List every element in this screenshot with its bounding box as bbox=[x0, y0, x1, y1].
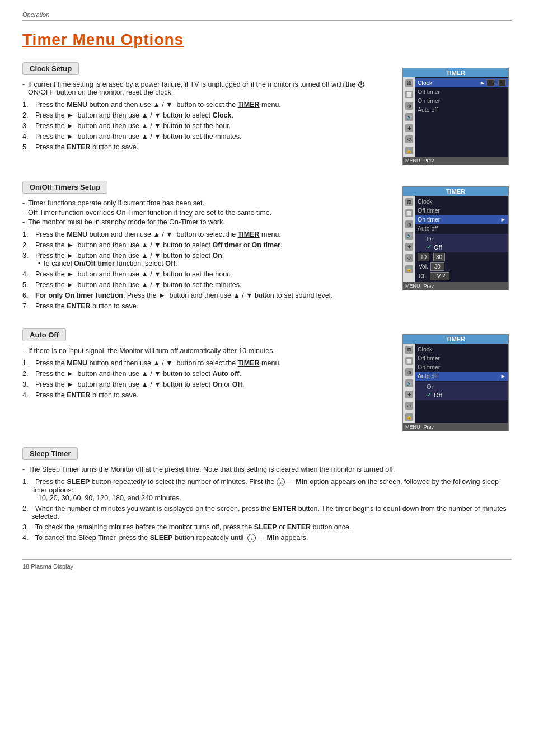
onoff-setup-section: On/Off Timers Setup Timer functions oper… bbox=[22, 181, 512, 313]
icon-screen: ⬜ bbox=[405, 209, 413, 217]
timer-ui-2-footer: MENU Prev. bbox=[403, 282, 508, 290]
step-item: 3. To check the remaining minutes before… bbox=[22, 523, 512, 531]
icon-contrast: ◑ bbox=[405, 368, 413, 376]
sleep-timer-steps: 1. Press the SLEEP button repeatedly to … bbox=[22, 478, 512, 542]
icon-lock: 🔒 bbox=[405, 413, 413, 421]
sleep-icon: zzz bbox=[277, 478, 285, 486]
submenu-on: On bbox=[418, 383, 506, 391]
icon-screen: ⬜ bbox=[405, 91, 413, 98]
time-hour: 10 bbox=[418, 253, 429, 261]
onoff-setup-steps: 1. Press the MENU button and then use ▲ … bbox=[22, 231, 388, 310]
step-item: 4. Press the ENTER button to save. bbox=[22, 391, 388, 399]
ch-value: TV 2 bbox=[430, 272, 449, 280]
auto-off-image: TIMER 🖼 ⬜ ◑ 🔊 ✚ ⏱ 🔒 Clock Off timer On t… bbox=[400, 328, 512, 431]
onoff-note-3: The monitor must be in standby mode for … bbox=[22, 218, 388, 226]
icon-add: ✚ bbox=[405, 391, 413, 398]
clock-setup-note-1: If current time setting is erased by a p… bbox=[22, 81, 388, 96]
clock-setup-header: Clock Setup bbox=[22, 62, 79, 75]
icon-sound: 🔊 bbox=[405, 232, 413, 240]
icon-timer: ⏱ bbox=[405, 402, 413, 410]
step-item: 4. Press the ► button and then use ▲ / ▼… bbox=[22, 270, 388, 278]
clock-setup-notes: If current time setting is erased by a p… bbox=[22, 81, 388, 96]
menu-item-on-timer: On timer bbox=[415, 363, 508, 372]
clock-setup-content: Clock Setup If current time setting is e… bbox=[22, 62, 388, 165]
footer-menu: MENU bbox=[405, 283, 420, 289]
vol-value: 30 bbox=[430, 262, 444, 271]
sleep-icon-2: zzz bbox=[247, 534, 256, 542]
menu-item-auto-off: Auto off bbox=[415, 224, 508, 233]
menu-item-off-timer: Off timer bbox=[415, 206, 508, 215]
icon-picture: 🖼 bbox=[405, 79, 413, 87]
step-item: 4. To cancel the Sleep Timer, press the … bbox=[22, 534, 512, 542]
step-item: 3. Press the ► button and then use ▲ / ▼… bbox=[22, 252, 388, 267]
step-item: 5. Press the ENTER button to save. bbox=[22, 143, 388, 151]
operation-label: Operation bbox=[22, 11, 512, 21]
icon-screen: ⬜ bbox=[405, 357, 413, 365]
timer-ui-1-title: TIMER bbox=[403, 68, 508, 77]
menu-item-clock: Clock bbox=[415, 197, 508, 206]
step-item: 1. Press the MENU button and then use ▲ … bbox=[22, 231, 388, 238]
auto-off-header: Auto Off bbox=[22, 328, 66, 341]
menu-item-auto-off: Auto off ► bbox=[415, 372, 508, 381]
sleep-note-1: The Sleep Timer turns the Monitor off at… bbox=[22, 466, 512, 473]
menu-item-off-timer: Off timer bbox=[415, 87, 508, 96]
icon-contrast: ◑ bbox=[405, 220, 413, 228]
icon-picture: 🖼 bbox=[405, 198, 413, 206]
time-display: 10 : 30 bbox=[415, 252, 508, 262]
onoff-setup-notes: Timer functions operate only if current … bbox=[22, 199, 388, 226]
auto-off-section: Auto Off If there is no input signal, th… bbox=[22, 328, 512, 431]
step-item: 2. Press the ► button and then use ▲ / ▼… bbox=[22, 241, 388, 249]
icon-picture: 🖼 bbox=[405, 346, 413, 354]
onoff-note-1: Timer functions operate only if current … bbox=[22, 199, 388, 207]
step-item: 2. Press the ► button and then use ▲ / ▼… bbox=[22, 370, 388, 378]
step-item: 3. Press the ► button and then use ▲ / ▼… bbox=[22, 381, 388, 388]
sleep-timer-section: Sleep Timer The Sleep Timer turns the Mo… bbox=[22, 447, 512, 542]
timer-ui-3-footer: MENU Prev. bbox=[403, 423, 508, 431]
step-item: 4. Press the ► button and then use ▲ / ▼… bbox=[22, 133, 388, 140]
step-item: 1. Press the SLEEP button repeatedly to … bbox=[22, 478, 512, 502]
auto-off-notes: If there is no input signal, the Monitor… bbox=[22, 347, 388, 355]
timer-ui-3-title: TIMER bbox=[403, 335, 508, 344]
footer-prev: Prev. bbox=[424, 158, 435, 163]
timer-ui-2-title: TIMER bbox=[403, 187, 508, 196]
sleep-timer-options: 10, 20, 30, 60, 90, 120, 180, and 240 mi… bbox=[31, 494, 181, 502]
clock-setup-image: TIMER 🖼 ⬜ ◑ 🔊 ✚ ⏱ 🔒 Clock ► --:-- Off bbox=[400, 62, 512, 165]
timer-ui-3: TIMER 🖼 ⬜ ◑ 🔊 ✚ ⏱ 🔒 Clock Off timer On t… bbox=[402, 334, 509, 431]
page-title: Timer Menu Options bbox=[22, 31, 512, 49]
step-item: 2. When the number of minutes you want i… bbox=[22, 505, 512, 520]
onoff-setup-header: On/Off Timers Setup bbox=[22, 181, 107, 194]
step-item: 2. Press the ► button and then use ▲ / ▼… bbox=[22, 111, 388, 119]
timer-ui-2: TIMER 🖼 ⬜ ◑ 🔊 ✚ ⏱ 🔒 Clock Off timer On t… bbox=[402, 186, 509, 290]
step-item: 3. Press the ► button and then use ▲ / ▼… bbox=[22, 122, 388, 130]
timer-ui-2-icons: 🖼 ⬜ ◑ 🔊 ✚ ⏱ 🔒 bbox=[403, 196, 415, 282]
onoff-setup-image: TIMER 🖼 ⬜ ◑ 🔊 ✚ ⏱ 🔒 Clock Off timer On t… bbox=[400, 181, 512, 313]
step-item: 1. Press the MENU button and then use ▲ … bbox=[22, 359, 388, 367]
step-item: 7. Press the ENTER button to save. bbox=[22, 302, 388, 310]
clock-setup-steps: 1. Press the MENU button and then use ▲ … bbox=[22, 101, 388, 151]
timer-ui-3-icons: 🖼 ⬜ ◑ 🔊 ✚ ⏱ 🔒 bbox=[403, 344, 415, 423]
timer-ui-1-footer: MENU Prev. bbox=[403, 157, 508, 165]
clock-setup-section: Clock Setup If current time setting is e… bbox=[22, 62, 512, 165]
submenu-off: ✓ Off bbox=[418, 243, 506, 251]
icon-add: ✚ bbox=[405, 124, 413, 132]
icon-timer: ⏱ bbox=[405, 254, 413, 262]
vol-row: Vol. 30 bbox=[415, 262, 508, 271]
icon-contrast: ◑ bbox=[405, 102, 413, 110]
footer-menu: MENU bbox=[405, 424, 420, 430]
menu-item-auto-off: Auto off bbox=[415, 105, 508, 114]
onoff-setup-content: On/Off Timers Setup Timer functions oper… bbox=[22, 181, 388, 313]
auto-off-steps: 1. Press the MENU button and then use ▲ … bbox=[22, 359, 388, 399]
menu-item-on-timer: On timer ► bbox=[415, 215, 508, 224]
icon-lock: 🔒 bbox=[405, 265, 413, 273]
auto-off-note-1: If there is no input signal, the Monitor… bbox=[22, 347, 388, 355]
footer-label: 18 Plasma Display bbox=[22, 559, 512, 570]
menu-item-on-timer: On timer bbox=[415, 96, 508, 105]
footer-menu: MENU bbox=[405, 158, 420, 163]
menu-item-off-timer: Off timer bbox=[415, 354, 508, 363]
time-min: 30 bbox=[433, 253, 445, 261]
footer-prev: Prev. bbox=[424, 424, 435, 430]
icon-timer: ⏱ bbox=[405, 135, 413, 143]
icon-sound: 🔊 bbox=[405, 113, 413, 121]
submenu-on: On bbox=[418, 235, 506, 243]
step-item: 6. For only On timer function; Press the… bbox=[22, 292, 388, 299]
